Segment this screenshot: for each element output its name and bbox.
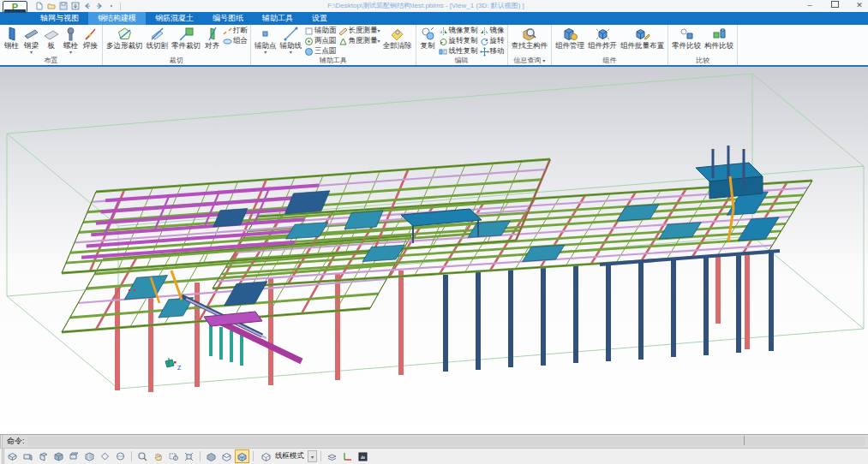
ribbon-group-label: 比较	[670, 57, 735, 65]
copy-button[interactable]: 复制	[418, 25, 438, 50]
svg-text:Z: Z	[177, 365, 182, 371]
aux-plane-button[interactable]: 辅助面	[303, 26, 338, 36]
member-compare-icon	[711, 26, 727, 42]
viewport-3d-model[interactable]: Z	[0, 67, 868, 434]
steel-column-button[interactable]: 钢柱	[2, 25, 21, 50]
tab-numbering-drawings[interactable]: 编号图纸	[203, 12, 253, 25]
three-point-circle-button[interactable]: 三点圆	[303, 46, 338, 57]
app-logo[interactable]: P	[3, 1, 27, 13]
circle-view-button[interactable]	[113, 449, 128, 463]
line-cut-button[interactable]: 线切割	[145, 25, 171, 50]
bolt-button[interactable]: 螺栓▾	[61, 25, 81, 55]
ucs-axis-icon[interactable]	[340, 449, 355, 463]
find-main-member-icon	[521, 26, 537, 42]
move-button[interactable]: 移动	[479, 46, 506, 57]
weld-button[interactable]: 焊接	[81, 25, 100, 50]
redo-icon[interactable]	[94, 2, 104, 11]
display-mode-dropdown[interactable]: ▾	[308, 450, 317, 462]
view-right-button[interactable]	[51, 449, 66, 463]
command-bar-splitter[interactable]	[744, 436, 745, 445]
component-batch-place-button[interactable]: 组件批量布置	[619, 25, 666, 50]
aux-point-button[interactable]: 辅助点▾	[253, 25, 278, 55]
break-button[interactable]: 打断	[222, 26, 248, 36]
two-point-circle-button[interactable]: 两点圆	[303, 36, 338, 46]
command-bar-grip[interactable]	[0, 435, 3, 448]
dropdown-arrow-icon: ▾	[264, 50, 266, 55]
application-window: { "window": { "title": "F:\\Desktop\\测试装…	[0, 0, 868, 464]
maximize-button[interactable]	[829, 1, 840, 10]
save-button[interactable]	[58, 2, 68, 11]
mirror-icon	[480, 27, 489, 36]
background-toggle-icon[interactable]	[356, 449, 370, 463]
steel-beam-button[interactable]: 钢梁▾	[21, 25, 41, 55]
length-measure-button[interactable]: 长度测量▾	[338, 26, 381, 36]
shaded-mode-button[interactable]	[204, 449, 218, 463]
three-point-circle-icon	[304, 47, 314, 57]
polygon-cut-icon	[117, 26, 133, 42]
dropdown-arrow-icon: ▾	[378, 39, 380, 44]
ribbon: 钢柱 钢梁▾ 板 螺栓▾ 焊接 布置	[0, 25, 868, 67]
dropdown-arrow-icon: ▾	[290, 50, 292, 55]
close-button[interactable]: ✕	[854, 1, 865, 10]
rotate-copy-button[interactable]: 旋转复制	[438, 36, 479, 46]
command-input[interactable]	[27, 437, 865, 446]
toolbar-separator	[200, 451, 201, 461]
viewport-3d[interactable]: Z	[0, 67, 868, 434]
aux-line-button[interactable]: 辅助线▾	[278, 25, 304, 55]
polygon-cut-button[interactable]: 多边形裁切	[105, 25, 145, 50]
ribbon-group-label: 辅助工具	[253, 57, 414, 65]
view-grid-button[interactable]	[82, 449, 97, 463]
display-mode-select[interactable]: 线框模式 ▾	[259, 450, 317, 462]
mirror-button[interactable]: 镜像	[479, 26, 506, 36]
steel-beam-icon	[23, 26, 39, 42]
steel-column-icon	[3, 26, 20, 42]
command-bar: 命令:	[0, 434, 868, 448]
component-manage-button[interactable]: 组件管理	[554, 25, 586, 50]
sphere-view-button[interactable]	[98, 449, 112, 463]
zoom-extents-icon[interactable]	[182, 449, 196, 463]
window-controls: – ✕	[805, 0, 865, 11]
part-compare-button[interactable]: 零件比较	[670, 25, 703, 50]
tab-settings[interactable]: 设置	[302, 12, 337, 25]
tab-steel-modeling[interactable]: 钢结构建模	[88, 12, 146, 25]
rotate-button[interactable]: 旋转	[479, 36, 506, 46]
save-as-button[interactable]	[70, 2, 80, 11]
zoom-window-icon[interactable]	[166, 449, 181, 463]
find-main-member-button[interactable]: 查找主构件	[510, 25, 550, 50]
minimize-button[interactable]: –	[805, 1, 815, 10]
part-cut-button[interactable]: 零件裁切	[170, 25, 202, 50]
pan-icon[interactable]	[151, 449, 165, 463]
component-explode-button[interactable]: 组件炸开	[586, 25, 619, 50]
open-folder-button[interactable]	[46, 2, 56, 11]
linear-copy-icon	[439, 47, 448, 57]
align-button[interactable]: 对齐	[202, 25, 222, 50]
mirror-copy-button[interactable]: 镜像复制	[438, 26, 479, 36]
ribbon-tab-bar: 轴网与视图 钢结构建模 钢筋混凝土 编号图纸 辅助工具 设置	[0, 12, 868, 25]
view-front-button[interactable]	[5, 449, 20, 463]
angle-measure-button[interactable]: 角度测量▾	[338, 36, 381, 46]
view-left-button[interactable]	[36, 449, 51, 463]
two-point-circle-icon	[304, 37, 314, 46]
linear-copy-button[interactable]: 线性复制	[438, 46, 479, 57]
bottom-toolbar-grip[interactable]	[2, 449, 4, 464]
clear-all-button[interactable]: 全部清除	[381, 25, 414, 50]
zoom-icon[interactable]	[135, 449, 150, 463]
undo-icon[interactable]	[82, 2, 92, 11]
tab-grid-and-view[interactable]: 轴网与视图	[31, 12, 88, 25]
view-top-button[interactable]	[67, 449, 81, 463]
plate-button[interactable]: 板	[41, 25, 61, 50]
tab-auxiliary-tools[interactable]: 辅助工具	[253, 12, 302, 25]
layers-icon[interactable]	[325, 449, 339, 463]
customize-toolbar-icon[interactable]	[106, 2, 116, 11]
part-cut-icon	[178, 26, 195, 42]
dropdown-arrow-icon: ▾	[378, 28, 380, 33]
view-back-button[interactable]	[21, 449, 35, 463]
hidden-line-mode-button[interactable]	[219, 449, 234, 463]
bolt-icon	[63, 26, 79, 42]
combine-button[interactable]: 组合	[222, 36, 248, 46]
tab-reinforced-concrete[interactable]: 钢筋混凝土	[146, 12, 203, 25]
member-compare-button[interactable]: 构件比较	[703, 25, 735, 50]
new-file-button[interactable]	[34, 2, 44, 11]
ribbon-group-compare: 零件比较 构件比较 比较	[668, 25, 738, 65]
wireframe-mode-button[interactable]	[235, 449, 249, 463]
